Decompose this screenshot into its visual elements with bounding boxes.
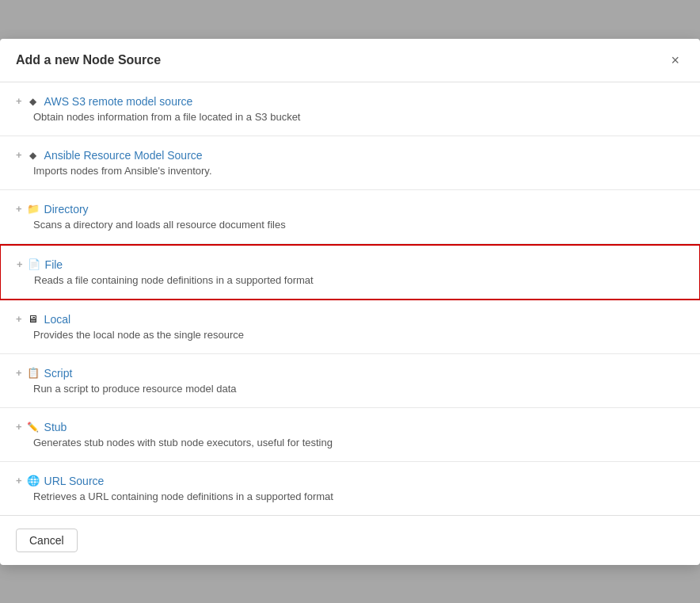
modal-overlay: Add a new Node Source × +AWS S3 remote m… — [0, 0, 700, 603]
source-item[interactable]: +DirectoryScans a directory and loads al… — [0, 190, 700, 244]
source-item[interactable]: +LocalProvides the local node as the sin… — [0, 300, 700, 354]
source-item[interactable]: +StubGenerates stub nodes with stub node… — [0, 408, 700, 462]
source-item[interactable]: +AWS S3 remote model sourceObtain nodes … — [0, 82, 700, 136]
server-icon — [27, 313, 40, 326]
diamond-icon — [27, 149, 40, 162]
source-item[interactable]: +FileReads a file containing node defini… — [0, 244, 700, 300]
source-name[interactable]: Directory — [44, 203, 89, 216]
source-item-header: +Script — [16, 367, 684, 380]
source-item-header: +AWS S3 remote model source — [16, 95, 684, 108]
source-name[interactable]: Local — [44, 313, 70, 326]
file-icon — [28, 258, 40, 271]
source-name[interactable]: AWS S3 remote model source — [44, 95, 193, 108]
source-item-header: +Ansible Resource Model Source — [16, 149, 684, 162]
pencil-icon — [27, 421, 40, 433]
modal-footer: Cancel — [0, 515, 700, 565]
source-name[interactable]: Stub — [44, 421, 67, 433]
plus-icon: + — [16, 421, 22, 433]
source-description: Imports nodes from Ansible's inventory. — [33, 165, 684, 177]
source-description: Obtain nodes information from a file loc… — [33, 111, 684, 123]
source-item-header: +Local — [16, 313, 684, 326]
modal-body: +AWS S3 remote model sourceObtain nodes … — [0, 82, 700, 515]
plus-icon: + — [17, 258, 23, 270]
source-description: Retrieves a URL containing node definiti… — [33, 490, 684, 502]
script-icon — [27, 367, 40, 380]
source-description: Scans a directory and loads all resource… — [33, 219, 684, 231]
modal: Add a new Node Source × +AWS S3 remote m… — [0, 39, 700, 565]
source-item-header: +Stub — [16, 421, 684, 433]
close-button[interactable]: × — [666, 52, 684, 69]
globe-icon — [27, 475, 40, 487]
plus-icon: + — [16, 95, 22, 107]
diamond-icon — [27, 95, 40, 108]
source-name[interactable]: Script — [44, 367, 73, 380]
source-item-header: +File — [17, 258, 683, 271]
source-name[interactable]: File — [45, 258, 63, 271]
plus-icon: + — [16, 367, 22, 379]
modal-title: Add a new Node Source — [16, 53, 161, 67]
source-description: Run a script to produce resource model d… — [33, 383, 684, 395]
source-item-header: +URL Source — [16, 475, 684, 487]
plus-icon: + — [16, 313, 22, 325]
plus-icon: + — [16, 149, 22, 161]
source-name[interactable]: URL Source — [44, 475, 105, 487]
source-description: Generates stub nodes with stub node exec… — [33, 437, 684, 448]
folder-icon — [27, 203, 40, 216]
modal-header: Add a new Node Source × — [0, 39, 700, 82]
source-item[interactable]: +URL SourceRetrieves a URL containing no… — [0, 462, 700, 515]
source-description: Provides the local node as the single re… — [33, 329, 684, 341]
cancel-button[interactable]: Cancel — [16, 529, 78, 552]
source-description: Reads a file containing node definitions… — [34, 274, 683, 286]
source-item[interactable]: +ScriptRun a script to produce resource … — [0, 354, 700, 408]
source-name[interactable]: Ansible Resource Model Source — [44, 149, 203, 162]
source-item-header: +Directory — [16, 203, 684, 216]
source-item[interactable]: +Ansible Resource Model SourceImports no… — [0, 136, 700, 190]
plus-icon: + — [16, 203, 22, 215]
plus-icon: + — [16, 475, 22, 487]
